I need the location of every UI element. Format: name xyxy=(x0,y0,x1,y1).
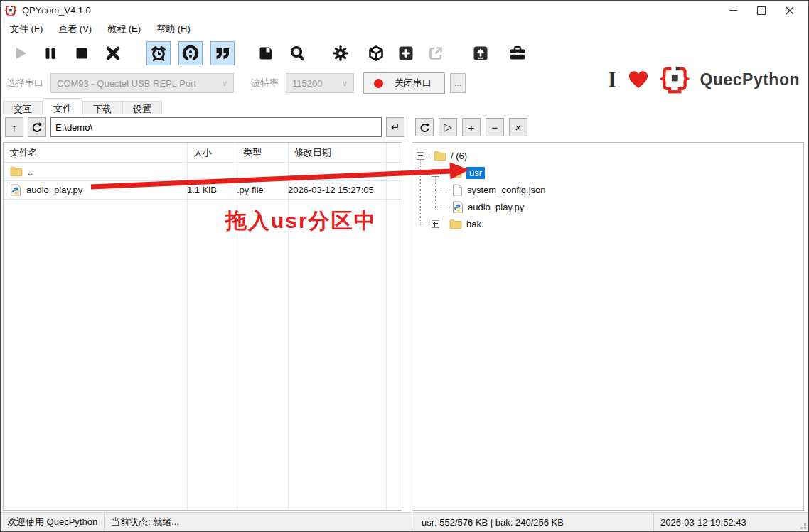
quecpython-logo xyxy=(660,65,690,94)
menu-file[interactable]: 文件 (F) xyxy=(2,21,50,38)
external-link-icon[interactable] xyxy=(424,41,448,65)
table-row[interactable]: .. xyxy=(4,163,402,181)
stop-icon[interactable] xyxy=(70,41,94,65)
timestamp-icon[interactable] xyxy=(178,41,203,65)
selected-node-label: usr xyxy=(466,167,485,179)
refresh-icon[interactable] xyxy=(28,117,46,137)
heart-icon xyxy=(628,70,649,89)
tree-node-root[interactable]: / (6) xyxy=(412,147,803,164)
path-input[interactable] xyxy=(50,117,382,137)
window-title: QPYcom_V4.1.0 xyxy=(22,5,91,16)
collapse-icon[interactable] xyxy=(432,169,439,177)
status-welcome: 欢迎使用 QuecPython xyxy=(1,513,104,531)
minimize-button[interactable] xyxy=(719,1,747,20)
expand-icon[interactable] xyxy=(432,220,439,228)
col-type[interactable]: 类型 xyxy=(237,146,288,159)
more-options-button[interactable]: ... xyxy=(450,73,466,93)
resize-grip[interactable] xyxy=(804,527,806,529)
pause-icon[interactable] xyxy=(38,41,63,65)
baud-select[interactable]: 115200∨ xyxy=(286,73,354,93)
menu-help[interactable]: 帮助 (H) xyxy=(149,21,198,38)
tree-node-file[interactable]: audio_play.py xyxy=(412,198,803,215)
collapse-icon[interactable] xyxy=(417,152,424,160)
menu-tutorial[interactable]: 教程 (E) xyxy=(100,21,149,38)
tree-node-file[interactable]: system_config.json xyxy=(412,181,803,198)
json-file-icon xyxy=(452,184,463,196)
firmware-package-icon[interactable] xyxy=(364,41,388,65)
port-select[interactable]: COM93 - Quectel USB REPL Port∨ xyxy=(50,73,234,93)
chevron-down-icon: ∨ xyxy=(222,79,227,88)
tab-files[interactable]: 文件 xyxy=(43,98,82,117)
tree-node-usr[interactable]: usr xyxy=(412,164,803,181)
refresh-icon[interactable] xyxy=(415,118,434,136)
app-window: QPYcom_V4.1.0 文件 (F) 查看 (V) 教程 (E) 帮助 (H… xyxy=(0,0,809,532)
brand-name: QuecPython xyxy=(700,70,800,89)
upload-square-icon[interactable] xyxy=(468,41,493,65)
folder-icon xyxy=(434,151,446,161)
app-logo-icon xyxy=(5,5,16,16)
python-file-icon xyxy=(452,201,464,213)
chevron-down-icon: ∨ xyxy=(342,79,348,88)
menu-view[interactable]: 查看 (V) xyxy=(50,21,100,38)
alarm-clock-icon[interactable] xyxy=(146,41,171,65)
status-storage-usage: usr: 552/576 KB | bak: 240/256 KB xyxy=(412,513,653,531)
status-bar: 欢迎使用 QuecPython 当前状态: 就绪... usr: 552/576… xyxy=(1,512,808,531)
settings-gear-icon[interactable] xyxy=(328,41,353,65)
delete-icon[interactable]: × xyxy=(509,118,527,136)
files-view: ↑ ↵ 文件名 大小 类型 修改日期 xyxy=(1,114,808,512)
toolbox-icon[interactable] xyxy=(505,41,530,65)
device-file-tree: / (6) usr system_config.json xyxy=(412,142,804,511)
folder-icon xyxy=(449,168,462,178)
annotation-text: 拖入usr分区中 xyxy=(225,207,377,236)
add-icon[interactable]: + xyxy=(462,118,481,136)
run-script-icon[interactable]: ▷ xyxy=(439,118,457,136)
remove-icon[interactable]: − xyxy=(486,118,504,136)
save-icon[interactable] xyxy=(254,41,278,65)
device-toolbar: ▷ + − × xyxy=(415,116,527,138)
path-toolbar: ↑ ↵ xyxy=(5,116,404,138)
port-open-indicator xyxy=(374,79,383,88)
python-file-icon xyxy=(10,184,21,196)
device-files-panel: ▷ + − × / (6) xyxy=(412,114,804,511)
add-square-icon[interactable] xyxy=(394,41,418,65)
col-filename[interactable]: 文件名 xyxy=(4,146,187,159)
folder-icon xyxy=(449,219,462,229)
col-size[interactable]: 大小 xyxy=(187,146,237,159)
port-label: 选择串口 xyxy=(6,77,43,89)
go-enter-icon[interactable]: ↵ xyxy=(386,117,404,137)
up-directory-icon[interactable]: ↑ xyxy=(5,117,23,137)
close-button[interactable] xyxy=(776,1,804,20)
i-text: I xyxy=(608,67,617,93)
table-header: 文件名 大小 类型 修改日期 xyxy=(4,143,402,163)
local-file-table: 文件名 大小 类型 修改日期 .. xyxy=(3,142,402,511)
status-state: 当前状态: 就绪... xyxy=(104,513,412,531)
table-row[interactable]: audio_play.py 1.1 KiB .py file 2026-03-1… xyxy=(4,181,402,200)
disconnect-icon[interactable] xyxy=(101,41,125,65)
status-datetime: 2026-03-12 19:52:43 xyxy=(653,513,808,531)
col-modified[interactable]: 修改日期 xyxy=(288,146,386,159)
quotes-icon[interactable] xyxy=(210,41,235,65)
folder-icon xyxy=(10,166,23,177)
tree-node-bak[interactable]: bak xyxy=(412,215,803,232)
brand-area: I QuecPython xyxy=(608,65,800,94)
close-port-button[interactable]: 关闭串口 xyxy=(363,72,445,94)
maximize-button[interactable] xyxy=(747,1,776,20)
title-bar: QPYcom_V4.1.0 xyxy=(1,1,808,20)
baud-label: 波特率 xyxy=(251,77,279,89)
run-icon[interactable] xyxy=(9,41,33,65)
local-files-panel: ↑ ↵ 文件名 大小 类型 修改日期 xyxy=(3,114,404,511)
search-icon[interactable] xyxy=(285,41,309,65)
menu-bar: 文件 (F) 查看 (V) 教程 (E) 帮助 (H) xyxy=(1,20,808,38)
